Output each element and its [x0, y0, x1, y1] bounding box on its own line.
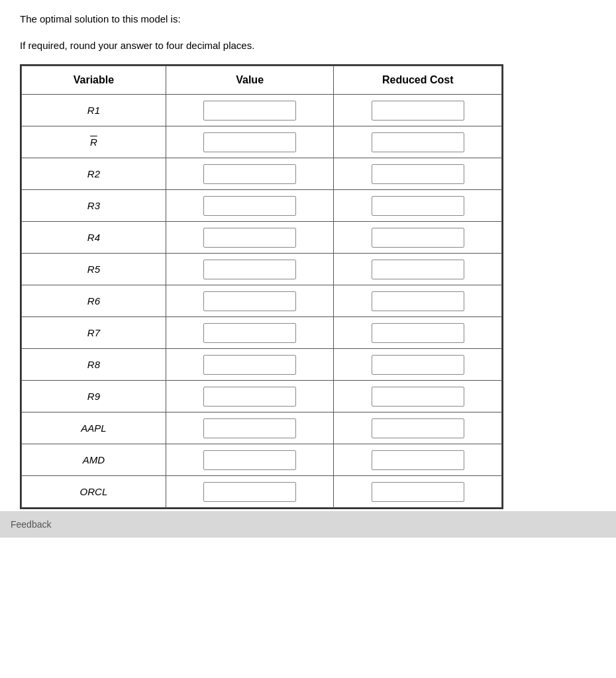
- var-cell-7: R7: [22, 317, 166, 349]
- table-row: R1: [22, 95, 502, 126]
- var-name: R5: [87, 264, 100, 275]
- rc-input-7[interactable]: [372, 323, 464, 343]
- value-input-5[interactable]: [203, 260, 296, 279]
- var-cell-9: R9: [22, 381, 166, 412]
- intro-line1: The optimal solution to this model is:: [20, 13, 596, 24]
- var-cell-1: R: [22, 126, 166, 158]
- col-header-reduced-cost: Reduced Cost: [334, 66, 502, 95]
- value-cell-4[interactable]: [166, 222, 334, 254]
- rc-cell-4[interactable]: [334, 222, 502, 254]
- table-row: AAPL: [22, 412, 502, 444]
- feedback-bar: Feedback: [0, 511, 616, 538]
- solution-table: Variable Value Reduced Cost R1RR2R3R4R5R…: [21, 66, 502, 508]
- var-name: ORCL: [80, 486, 108, 497]
- var-cell-5: R5: [22, 254, 166, 285]
- rc-cell-2[interactable]: [334, 158, 502, 190]
- rc-cell-9[interactable]: [334, 381, 502, 412]
- rc-input-10[interactable]: [372, 418, 464, 438]
- table-row: R8: [22, 349, 502, 381]
- value-cell-7[interactable]: [166, 317, 334, 349]
- table-row: R9: [22, 381, 502, 412]
- rc-input-6[interactable]: [372, 291, 464, 311]
- var-name: R8: [87, 359, 100, 370]
- var-name-overline: R: [90, 136, 97, 148]
- var-name: R2: [87, 168, 100, 179]
- rc-input-3[interactable]: [372, 196, 464, 216]
- var-cell-2: R2: [22, 158, 166, 190]
- table-row: R5: [22, 254, 502, 285]
- rc-input-2[interactable]: [372, 164, 464, 184]
- round-instruction: If required, round your answer to four d…: [20, 40, 596, 51]
- value-input-6[interactable]: [203, 291, 296, 311]
- rc-input-0[interactable]: [372, 101, 464, 121]
- var-cell-4: R4: [22, 222, 166, 254]
- var-name: R6: [87, 295, 100, 307]
- feedback-label: Feedback: [11, 519, 51, 530]
- rc-cell-11[interactable]: [334, 444, 502, 476]
- solution-table-wrapper: Variable Value Reduced Cost R1RR2R3R4R5R…: [20, 64, 503, 509]
- value-cell-8[interactable]: [166, 349, 334, 381]
- table-row: R: [22, 126, 502, 158]
- rc-input-8[interactable]: [372, 355, 464, 375]
- var-name: AMD: [83, 454, 105, 465]
- value-input-12[interactable]: [203, 482, 296, 502]
- value-cell-9[interactable]: [166, 381, 334, 412]
- value-cell-6[interactable]: [166, 285, 334, 317]
- table-row: R2: [22, 158, 502, 190]
- table-row: ORCL: [22, 476, 502, 508]
- var-cell-6: R6: [22, 285, 166, 317]
- value-input-7[interactable]: [203, 323, 296, 343]
- rc-cell-0[interactable]: [334, 95, 502, 126]
- rc-input-5[interactable]: [372, 260, 464, 279]
- value-input-11[interactable]: [203, 450, 296, 470]
- table-row: R6: [22, 285, 502, 317]
- rc-input-9[interactable]: [372, 387, 464, 407]
- table-row: R3: [22, 190, 502, 222]
- value-input-1[interactable]: [203, 132, 296, 152]
- value-cell-11[interactable]: [166, 444, 334, 476]
- var-name: R4: [87, 232, 100, 243]
- value-input-0[interactable]: [203, 101, 296, 121]
- value-cell-0[interactable]: [166, 95, 334, 126]
- value-input-2[interactable]: [203, 164, 296, 184]
- value-input-4[interactable]: [203, 228, 296, 248]
- var-name: AAPL: [81, 422, 106, 434]
- rc-cell-5[interactable]: [334, 254, 502, 285]
- var-cell-0: R1: [22, 95, 166, 126]
- col-header-variable: Variable: [22, 66, 166, 95]
- rc-cell-6[interactable]: [334, 285, 502, 317]
- table-row: R7: [22, 317, 502, 349]
- rc-cell-10[interactable]: [334, 412, 502, 444]
- var-name: R9: [87, 391, 100, 402]
- rc-input-11[interactable]: [372, 450, 464, 470]
- rc-cell-3[interactable]: [334, 190, 502, 222]
- rc-input-12[interactable]: [372, 482, 464, 502]
- value-cell-3[interactable]: [166, 190, 334, 222]
- table-header-row: Variable Value Reduced Cost: [22, 66, 502, 95]
- var-cell-8: R8: [22, 349, 166, 381]
- value-input-3[interactable]: [203, 196, 296, 216]
- var-name: R1: [87, 105, 100, 116]
- value-cell-1[interactable]: [166, 126, 334, 158]
- rc-cell-8[interactable]: [334, 349, 502, 381]
- value-input-8[interactable]: [203, 355, 296, 375]
- var-cell-3: R3: [22, 190, 166, 222]
- rc-cell-7[interactable]: [334, 317, 502, 349]
- var-cell-11: AMD: [22, 444, 166, 476]
- var-cell-10: AAPL: [22, 412, 166, 444]
- value-cell-12[interactable]: [166, 476, 334, 508]
- value-input-9[interactable]: [203, 387, 296, 407]
- value-input-10[interactable]: [203, 418, 296, 438]
- var-cell-12: ORCL: [22, 476, 166, 508]
- rc-input-4[interactable]: [372, 228, 464, 248]
- col-header-value: Value: [166, 66, 334, 95]
- table-row: R4: [22, 222, 502, 254]
- value-cell-2[interactable]: [166, 158, 334, 190]
- rc-cell-1[interactable]: [334, 126, 502, 158]
- table-row: AMD: [22, 444, 502, 476]
- value-cell-10[interactable]: [166, 412, 334, 444]
- rc-cell-12[interactable]: [334, 476, 502, 508]
- var-name: R7: [87, 327, 100, 338]
- value-cell-5[interactable]: [166, 254, 334, 285]
- rc-input-1[interactable]: [372, 132, 464, 152]
